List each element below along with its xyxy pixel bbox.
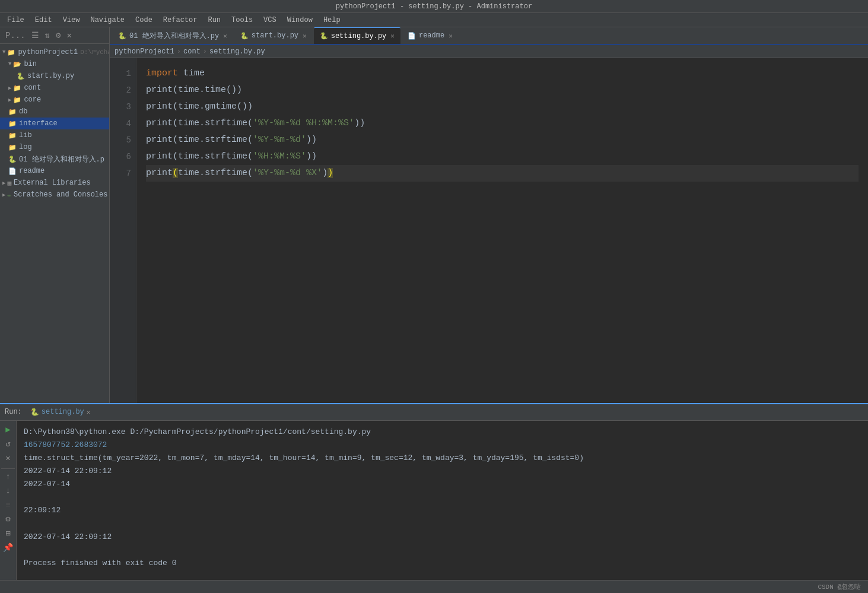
code-editor[interactable]: 1 2 3 4 5 6 7 import time print(time.tim… <box>110 58 868 403</box>
tree-label: bin <box>24 60 37 68</box>
menu-item-refactor[interactable]: Refactor <box>158 15 202 26</box>
line-num-1: 1 <box>110 65 131 82</box>
line-num-4: 4 <box>110 115 131 132</box>
run-layout-button[interactable]: ⊞ <box>2 527 15 540</box>
run-tab-close-icon[interactable]: ✕ <box>87 408 91 416</box>
run-play-button[interactable]: ▶ <box>2 423 15 436</box>
tab-label: 01 绝对导入和相对导入.py <box>129 31 219 41</box>
breadcrumb-item[interactable]: pythonProject1 <box>115 47 174 56</box>
chevron-right-icon: ▶ <box>8 97 11 103</box>
tab-start[interactable]: 🐍 start.by.py ✕ <box>234 27 313 44</box>
menu-item-window[interactable]: Window <box>282 15 317 26</box>
breadcrumb-item[interactable]: cont <box>183 47 201 56</box>
tree-item-readme[interactable]: 📄 readme <box>0 165 109 177</box>
tree-item-cont[interactable]: ▶ 📁 cont <box>0 82 109 94</box>
run-pin-button[interactable]: 📌 <box>2 541 15 554</box>
run-scroll-up-button[interactable]: ↑ <box>2 470 15 483</box>
run-panel: Run: 🐍 setting.by ✕ ▶ ↺ ✕ ↑ ↓ ≡ ⚙ ⊞ 📌 D: <box>0 403 868 593</box>
run-output-line-4: 2022-07-14 22:09:12 <box>24 465 861 478</box>
top-area: P... ☰ ⇅ ⚙ ✕ ▼ 📁 pythonProject1 D:\Pycha… <box>0 27 868 403</box>
menu-item-view[interactable]: View <box>58 15 85 26</box>
breadcrumb-item[interactable]: setting.by.py <box>209 47 265 56</box>
run-output-line-3: time.struct_time(tm_year=2022, tm_mon=7,… <box>24 452 861 465</box>
menu-bar: FileEditViewNavigateCodeRefactorRunTools… <box>0 13 868 27</box>
menu-item-run[interactable]: Run <box>203 15 225 26</box>
run-rerun-button[interactable]: ↺ <box>2 437 15 451</box>
run-stop-button[interactable]: ✕ <box>2 452 15 465</box>
tree-item-core[interactable]: ▶ 📁 core <box>0 94 109 106</box>
run-settings-button[interactable]: ⚙ <box>2 513 15 526</box>
folder-icon: 📁 <box>8 132 17 139</box>
tab-label: readme <box>419 31 444 40</box>
menu-item-code[interactable]: Code <box>131 15 157 26</box>
tab-label: setting.by.py <box>331 32 387 40</box>
tab-01import[interactable]: 🐍 01 绝对导入和相对导入.py ✕ <box>112 27 233 44</box>
tree-label: db <box>19 107 27 116</box>
menu-item-edit[interactable]: Edit <box>30 15 57 26</box>
line-num-7: 7 <box>110 165 131 182</box>
tree-item-external-libraries[interactable]: ▶ ▦ External Libraries <box>0 177 109 189</box>
file-icon: 📄 <box>8 167 17 175</box>
tab-close-icon[interactable]: ✕ <box>223 32 227 40</box>
tree-item-log[interactable]: 📁 log <box>0 141 109 153</box>
folder-icon: 📁 <box>7 49 15 56</box>
title-bar: pythonProject1 - setting.by.py - Adminis… <box>0 0 868 13</box>
tab-close-icon[interactable]: ✕ <box>390 32 395 40</box>
tab-setting[interactable]: 🐍 setting.by.py ✕ <box>314 27 400 44</box>
tree-item-start-by-py[interactable]: 🐍 start.by.py <box>0 70 109 82</box>
menu-item-file[interactable]: File <box>2 15 29 26</box>
tree-label: log <box>19 143 32 151</box>
folder-icon: 📂 <box>13 61 21 68</box>
tree-item-pythonproject1[interactable]: ▼ 📁 pythonProject1 D:\Pycha <box>0 46 109 58</box>
tree-item-01import[interactable]: 🐍 01 绝对导入和相对导入.p <box>0 153 109 165</box>
breadcrumb: pythonProject1 › cont › setting.by.py <box>110 45 868 58</box>
menu-item-navigate[interactable]: Navigate <box>85 15 129 26</box>
menu-item-tools[interactable]: Tools <box>227 15 257 26</box>
tree-item-db[interactable]: 📁 db <box>0 106 109 118</box>
run-output: D:\Python38\python.exe D:/PycharmProject… <box>17 421 868 593</box>
folder-icon: 📁 <box>8 120 17 128</box>
run-filter-button[interactable]: ≡ <box>2 499 15 512</box>
sidebar: P... ☰ ⇅ ⚙ ✕ ▼ 📁 pythonProject1 D:\Pycha… <box>0 27 110 403</box>
tree-item-lib[interactable]: 📁 lib <box>0 129 109 141</box>
main-layout: P... ☰ ⇅ ⚙ ✕ ▼ 📁 pythonProject1 D:\Pycha… <box>0 27 868 593</box>
breadcrumb-separator: › <box>177 47 181 56</box>
code-content[interactable]: import time print(time.time()) print(tim… <box>136 58 868 403</box>
py-icon: 🐍 <box>118 32 126 40</box>
tab-close-icon[interactable]: ✕ <box>449 32 453 40</box>
sort-icon[interactable]: ⇅ <box>43 30 52 41</box>
run-output-line-10 <box>24 544 861 557</box>
py-file-icon: 🐍 <box>17 72 25 80</box>
tree-item-interface[interactable]: 📁 interface <box>0 118 109 129</box>
collapse-icon[interactable]: ☰ <box>30 30 41 41</box>
run-scroll-down-button[interactable]: ↓ <box>2 484 15 497</box>
code-line-3: print(time.gmtime()) <box>146 99 859 115</box>
tree-label: Scratches and Consoles <box>14 191 107 199</box>
tree-item-scratches-consoles[interactable]: ▶ ✏ Scratches and Consoles <box>0 189 109 201</box>
line-num-3: 3 <box>110 99 131 115</box>
tree-label: 01 绝对导入和相对导入.p <box>19 154 104 164</box>
menu-item-help[interactable]: Help <box>319 15 345 26</box>
settings-icon[interactable]: ⚙ <box>54 30 62 41</box>
tree-item-bin[interactable]: ▼ 📂 bin <box>0 58 109 70</box>
tree-label: readme <box>19 167 44 175</box>
more-icon[interactable]: ✕ <box>65 30 73 41</box>
tab-close-icon[interactable]: ✕ <box>303 32 307 40</box>
py-file-icon: 🐍 <box>8 156 17 163</box>
tree-label: lib <box>19 131 32 139</box>
project-icon[interactable]: P... <box>4 30 27 41</box>
external-library-icon: ▦ <box>7 179 11 187</box>
status-text: CSDN @忽忽哒 <box>818 582 861 591</box>
tree-label: start.by.py <box>27 72 74 80</box>
chevron-right-icon: ▶ <box>2 192 5 198</box>
line-num-6: 6 <box>110 148 131 165</box>
run-tab-setting[interactable]: 🐍 setting.by ✕ <box>26 407 96 418</box>
run-output-line-1: D:\Python38\python.exe D:/PycharmProject… <box>24 426 861 439</box>
breadcrumb-separator: › <box>203 47 207 56</box>
menu-item-vcs[interactable]: VCS <box>259 15 281 26</box>
tab-readme[interactable]: 📄 readme ✕ <box>402 27 459 44</box>
run-output-line-9: 2022-07-14 22:09:12 <box>24 531 861 544</box>
run-output-line-2: 1657807752.2683072 <box>24 439 861 452</box>
folder-icon: 📁 <box>13 96 21 104</box>
tab-label: start.by.py <box>252 31 298 40</box>
